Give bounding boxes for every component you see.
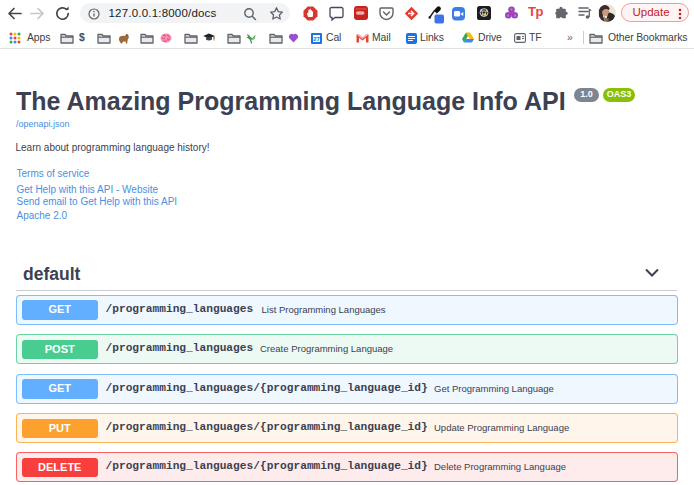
svg-text:27: 27 bbox=[313, 36, 320, 42]
